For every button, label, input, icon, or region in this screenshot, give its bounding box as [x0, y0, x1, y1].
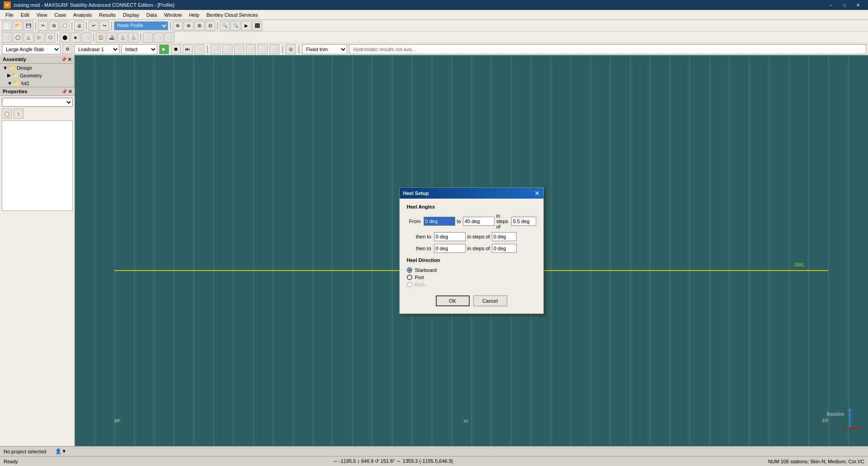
tb2-btn-h[interactable]: ⬜	[81, 33, 91, 43]
properties-pin-icon[interactable]: 📌 ✕	[61, 89, 72, 94]
menu-case[interactable]: Case	[51, 11, 70, 19]
port-radio[interactable]: Port	[407, 275, 536, 280]
tb-btn-e[interactable]: 🔍	[220, 21, 230, 31]
analysis-settings-btn[interactable]: ⚙	[62, 44, 72, 54]
maximize-button[interactable]: □	[838, 1, 851, 9]
props-btn-2[interactable]: ↕	[14, 109, 24, 119]
both-label: Both	[415, 282, 425, 287]
heel-row-1: From to in steps of	[407, 213, 536, 229]
tb-btn-h[interactable]: ⬛	[252, 21, 262, 31]
new-btn[interactable]: 📄	[2, 21, 12, 31]
stop-btn[interactable]: ⏹	[171, 44, 181, 54]
statusbar2: Ready ↔ -1195.5 ↕ 646.9 ↺ 151.6° ↔ 1359.…	[0, 456, 868, 466]
tb2-btn-d[interactable]: ▷	[34, 33, 44, 43]
tb-btn-a[interactable]: ⊕	[173, 21, 183, 31]
to-input-1[interactable]	[463, 217, 495, 226]
tb-btn-c[interactable]: ⊞	[194, 21, 204, 31]
menu-edit[interactable]: Edit	[17, 11, 33, 19]
close-button[interactable]: ✕	[852, 1, 864, 9]
view-btn-2[interactable]: ⬜	[222, 44, 232, 54]
tb2-btn-a[interactable]: ⬜	[2, 33, 12, 43]
minimize-button[interactable]: −	[825, 1, 837, 9]
run-btn[interactable]: ▶	[159, 44, 169, 54]
condition-select[interactable]: Intact	[121, 44, 157, 54]
analysis-extra-btn[interactable]: ⬜	[194, 44, 204, 54]
heel-row-3: then to in steps of	[407, 244, 536, 253]
analysis-extra2[interactable]: ◎	[286, 44, 296, 54]
steps-input-3[interactable]	[492, 244, 517, 253]
paste-btn[interactable]: 📋	[60, 21, 70, 31]
tb2-btn-i[interactable]: 🏠	[96, 33, 106, 43]
profile-dropdown[interactable]: Home Profile	[114, 21, 168, 30]
both-radio[interactable]: Both	[407, 282, 536, 287]
tree-design[interactable]: ▼ 📁 Design	[0, 64, 74, 71]
view-btn-6[interactable]: ⬜	[269, 44, 279, 54]
coords-label: ↔ -1195.5 ↕ 646.9 ↺ 151.6° ↔ 1359.3 (-11…	[333, 458, 453, 464]
then-to-label-2: then to	[407, 246, 434, 251]
undo-btn[interactable]: ↩	[89, 21, 99, 31]
assembly-panel-header: Assembly 📌 ✕	[0, 55, 74, 64]
menu-window[interactable]: Window	[160, 11, 185, 19]
loadcase-select[interactable]: Loadcase 1	[74, 44, 119, 54]
tb2-btn-k[interactable]: ⚓	[118, 33, 127, 43]
tree-geometry[interactable]: ▶ 📁 Geometry	[0, 71, 74, 79]
tb2-btn-f[interactable]: ⬤	[60, 33, 70, 43]
copy-btn[interactable]: ⧉	[49, 21, 59, 31]
toolbar-row-1: 📄 📂 💾 ✂ ⧉ 📋 🖨 ↩ ↪ Home Profile ⊕ ⊗ ⊞ ⊟ 🔍…	[0, 20, 868, 32]
view-btn-3[interactable]: ⬜	[234, 44, 244, 54]
steps-input-1[interactable]	[511, 217, 536, 226]
tb2-btn-g[interactable]: ◈	[71, 33, 80, 43]
cut-btn[interactable]: ✂	[38, 21, 48, 31]
tb2-btn-b[interactable]: ◯	[13, 33, 23, 43]
dialog-buttons: OK Cancel	[407, 292, 536, 308]
tb2-btn-o[interactable]: ⬜	[165, 33, 175, 43]
cancel-button[interactable]: Cancel	[473, 295, 507, 306]
starboard-radio[interactable]: Starboard	[407, 267, 536, 273]
view-btn-4[interactable]: ⬜	[246, 44, 256, 54]
menu-results[interactable]: Results	[95, 11, 119, 19]
redo-btn[interactable]: ↪	[99, 21, 109, 31]
tb2-btn-l[interactable]: ⚓	[128, 33, 138, 43]
tb-btn-b[interactable]: ⊗	[184, 21, 193, 31]
tb2-btn-m[interactable]: ⬜	[143, 33, 153, 43]
open-btn[interactable]: 📂	[13, 21, 23, 31]
assembly-pin-icon[interactable]: 📌 ✕	[61, 57, 71, 62]
heel-direction-title: Heel Direction	[407, 257, 536, 263]
menu-help[interactable]: Help	[185, 11, 203, 19]
to-input-2[interactable]	[434, 232, 466, 241]
fixed-trim-select[interactable]: Fixed trim	[302, 44, 347, 54]
menu-file[interactable]: File	[2, 11, 17, 19]
properties-dropdown[interactable]	[2, 98, 73, 107]
ok-button[interactable]: OK	[436, 295, 470, 306]
sep1	[35, 22, 36, 30]
steps-input-2[interactable]	[492, 232, 517, 241]
step-btn[interactable]: ⏭	[183, 44, 193, 54]
heel-direction-group: Starboard Port Both	[407, 267, 536, 287]
to-input-3[interactable]	[434, 244, 466, 253]
menu-display[interactable]: Display	[119, 11, 143, 19]
tb2-btn-n[interactable]: ⬜	[154, 33, 164, 43]
from-input[interactable]	[424, 217, 455, 226]
properties-panel-header: Properties 📌 ✕	[0, 87, 75, 96]
menu-analysis[interactable]: Analysis	[70, 11, 95, 19]
analysis-type-select[interactable]: Large Angle Stab	[2, 44, 61, 54]
view-btn-1[interactable]: ⬜	[211, 44, 221, 54]
tb2-btn-c[interactable]: △	[24, 33, 33, 43]
tb2-btn-e[interactable]: ⬡	[45, 33, 55, 43]
view-btn-5[interactable]: ⬜	[258, 44, 268, 54]
sep4	[111, 22, 112, 30]
save-btn[interactable]: 💾	[24, 21, 33, 31]
dialog-close-button[interactable]: ✕	[534, 190, 540, 197]
props-btn-1[interactable]: 📋	[2, 109, 12, 119]
tb-btn-d[interactable]: ⊟	[205, 21, 215, 31]
print-btn[interactable]: 🖨	[74, 21, 84, 31]
properties-list	[2, 120, 73, 211]
menu-view[interactable]: View	[33, 11, 51, 19]
menu-data[interactable]: Data	[143, 11, 160, 19]
tb-btn-g[interactable]: ▶	[241, 21, 251, 31]
menu-bentley[interactable]: Bentley Cloud Services	[203, 11, 262, 19]
tree-fut1[interactable]: ▼ 📁 fut1	[0, 79, 74, 87]
expand-icon: ▼	[3, 65, 8, 71]
tb2-btn-j[interactable]: 🚢	[107, 33, 117, 43]
tb-btn-f[interactable]: 🔍	[231, 21, 241, 31]
